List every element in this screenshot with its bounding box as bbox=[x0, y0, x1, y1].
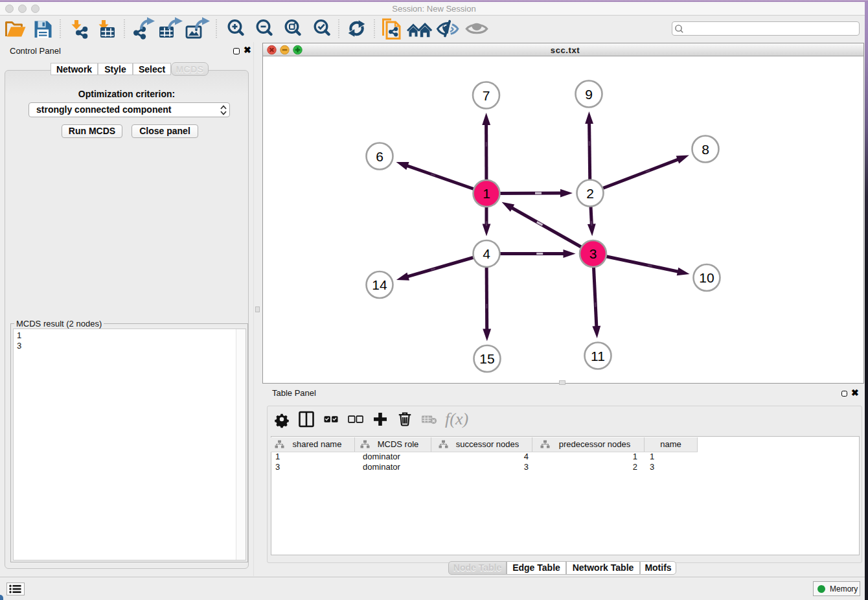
svg-text:11: 11 bbox=[591, 349, 605, 363]
svg-text:10: 10 bbox=[699, 270, 714, 285]
svg-text:1: 1 bbox=[483, 186, 490, 201]
svg-text:8: 8 bbox=[702, 142, 709, 157]
svg-text:9: 9 bbox=[585, 87, 593, 102]
svg-text:f(x): f(x) bbox=[445, 410, 468, 428]
svg-text:4: 4 bbox=[483, 246, 490, 261]
svg-text:15: 15 bbox=[479, 351, 494, 366]
svg-text:7: 7 bbox=[483, 88, 490, 103]
svg-text:3: 3 bbox=[589, 246, 597, 261]
svg-text:6: 6 bbox=[376, 149, 383, 164]
svg-text:2: 2 bbox=[586, 186, 594, 201]
svg-text:14: 14 bbox=[372, 277, 387, 292]
